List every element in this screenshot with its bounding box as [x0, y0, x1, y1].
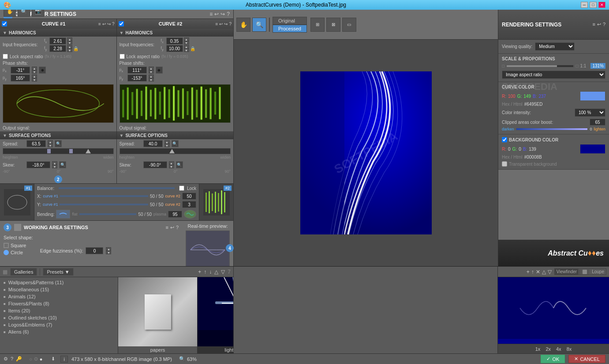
curve1-fx-spin[interactable]: ▲ ▼ [67, 37, 72, 45]
key-icon[interactable]: 🔑 [16, 356, 22, 362]
galleries-export-icon[interactable]: ↑ [204, 269, 206, 275]
curve1-fy-val[interactable]: 2.28 [49, 45, 66, 52]
curve2-fy-up[interactable]: ▲ [184, 45, 189, 48]
download-icon[interactable]: ⬇ [51, 356, 55, 362]
curve1-px-extra[interactable]: ⊕ [39, 67, 46, 74]
surface1-arrow[interactable]: ▼ [3, 133, 7, 138]
zoom-2x[interactable]: 2x [545, 346, 551, 352]
cancel-button[interactable]: ✕ CANCEL [568, 355, 605, 363]
curve2-px-val[interactable]: 111° [127, 67, 147, 74]
curve1-fy-spin[interactable]: ▲ ▼ [67, 45, 72, 52]
curve2-spread-slider[interactable] [120, 148, 231, 154]
curve1-skew-spin[interactable]: ▲ ▼ [52, 161, 57, 168]
cc-darken-slider[interactable] [516, 128, 588, 130]
curve2-skew-down[interactable]: ▼ [169, 165, 174, 168]
vf-export-icon[interactable]: ↑ [531, 269, 534, 275]
zoom-1x[interactable]: 1x [535, 346, 541, 352]
balance-x-slider[interactable] [60, 195, 148, 197]
tool-hand2[interactable]: ✋ [236, 18, 250, 32]
viewfinder-toggle-btn[interactable]: Viewfinder [555, 269, 579, 275]
curve1-py-down[interactable]: ▼ [32, 78, 37, 82]
gallery-light-beams[interactable]: light beams [198, 277, 233, 353]
curve1-py-up[interactable]: ▲ [32, 74, 37, 78]
wa-square-radio[interactable] [4, 243, 9, 248]
settings-icon[interactable]: ⚙ [4, 356, 8, 362]
tool-screen[interactable]: ▭ [342, 18, 356, 32]
surface2-arrow[interactable]: ▼ [120, 133, 124, 138]
vf-prev-icon[interactable]: △ [542, 269, 546, 275]
balance-lock-checkbox[interactable] [179, 186, 184, 191]
curve1-help-icon[interactable]: ? [112, 22, 115, 26]
curve2-fx-spin[interactable]: ▲ ▼ [184, 37, 189, 45]
curve2-px-down[interactable]: ▼ [149, 70, 154, 74]
curve2-fy-down[interactable]: ▼ [184, 48, 189, 52]
curve1-spread-val[interactable]: 63.5 [26, 140, 46, 147]
curve2-checkbox[interactable] [119, 21, 124, 26]
curve1-skew-extra[interactable]: 🔍 [59, 161, 66, 168]
close-button[interactable]: ✕ [598, 2, 605, 8]
curve2-spread-down[interactable]: ▼ [164, 144, 170, 147]
galleries-button[interactable]: Galleries [10, 268, 37, 276]
cc-boost-val[interactable]: 65 [590, 119, 605, 126]
curve2-py-up[interactable]: ▲ [149, 74, 154, 78]
curve1-fx-val[interactable]: 2.61 [49, 37, 66, 45]
vf-toggle-switch[interactable] [579, 269, 589, 275]
curve2-spread-spin[interactable]: ▲ ▼ [164, 140, 170, 147]
gal-item-aliens[interactable]: ■ Aliens (6) [0, 328, 118, 335]
wa-circle-radio[interactable] [4, 250, 9, 255]
bg-transparent-checkbox[interactable] [502, 161, 507, 167]
curve2-help-icon[interactable]: ? [229, 22, 232, 26]
help-icon[interactable]: ? [11, 356, 13, 362]
curve2-redo-icon[interactable]: ↪ [224, 22, 228, 26]
galleries-down-icon[interactable]: ▽ [221, 269, 225, 275]
gallery-papers[interactable]: papers [118, 277, 198, 353]
tool-search[interactable]: 🔍 [252, 18, 266, 32]
balance-bar[interactable] [59, 187, 175, 189]
wa-square-option[interactable]: Square [4, 243, 33, 248]
curve1-undo-icon[interactable]: ↩ [102, 22, 106, 26]
gen-help-icon[interactable]: ? [227, 11, 230, 17]
wa-menu-icon[interactable]: ≡ [165, 225, 168, 230]
curve1-redo-icon[interactable]: ↪ [107, 22, 111, 26]
wa-circle-option[interactable]: Circle [4, 250, 33, 255]
loupe-btn[interactable]: Loupe [590, 269, 606, 275]
rendering-menu-icon[interactable]: ≡ [592, 22, 595, 27]
galleries-up-icon[interactable]: △ [214, 269, 218, 275]
bulb-on-icon[interactable]: ● [40, 357, 43, 362]
gal-item-sketches[interactable]: ■ Outlined sketches (10) [0, 314, 118, 321]
curve2-fy-val[interactable]: 10.00 [166, 45, 183, 52]
vf-add-icon[interactable]: + [527, 269, 530, 275]
curve1-px-val[interactable]: -31° [11, 67, 30, 74]
info-badge[interactable]: i [60, 356, 67, 363]
wa-help-icon[interactable]: ? [176, 225, 179, 230]
curve1-fy-down[interactable]: ▼ [67, 48, 72, 52]
rendering-help-icon[interactable]: ? [603, 22, 605, 27]
balance-y-slider[interactable] [60, 204, 148, 205]
curve1-fx-up[interactable]: ▲ [67, 37, 72, 41]
viewing-quality-select[interactable]: Medium [535, 42, 575, 51]
curve1-skew-val[interactable]: -18.0° [26, 161, 50, 168]
curve2-spread-val[interactable]: 40.0 [143, 140, 163, 147]
wa-edge-spin[interactable]: ▲ ▼ [106, 247, 111, 254]
curve2-px-extra[interactable]: ⊕ [156, 67, 163, 74]
curve2-fx-val[interactable]: 0.35 [166, 37, 183, 45]
gal-item-misc[interactable]: ■ Miscellaneous (15) [0, 286, 118, 293]
tab-original[interactable]: Original [273, 17, 307, 25]
bulb-off-icon[interactable]: ○ [29, 357, 32, 362]
bg-color-swatch[interactable] [580, 144, 605, 154]
curve2-skew-spin[interactable]: ▲ ▼ [169, 161, 174, 168]
curve2-skew-up[interactable]: ▲ [169, 161, 174, 165]
curve2-lock-checkbox[interactable] [120, 54, 125, 59]
gal-item-flowers[interactable]: ■ Flowers&Plants (8) [0, 300, 118, 307]
curve1-checkbox[interactable] [2, 21, 7, 26]
balance-x-num[interactable]: 50 [182, 193, 196, 200]
curve2-py-val[interactable]: -153° [127, 74, 147, 82]
harmonics1-arrow[interactable]: ▼ [3, 30, 7, 35]
wa-edge-up[interactable]: ▲ [106, 247, 111, 251]
gal-item-animals[interactable]: ■ Animals (12) [0, 293, 118, 300]
curve2-fx-up[interactable]: ▲ [184, 37, 189, 41]
curve1-spread-down[interactable]: ▼ [48, 144, 53, 147]
curve1-menu-icon[interactable]: ≡ [98, 22, 101, 26]
curve1-py-val[interactable]: 165° [11, 74, 30, 82]
curve1-px-down[interactable]: ▼ [32, 70, 37, 74]
